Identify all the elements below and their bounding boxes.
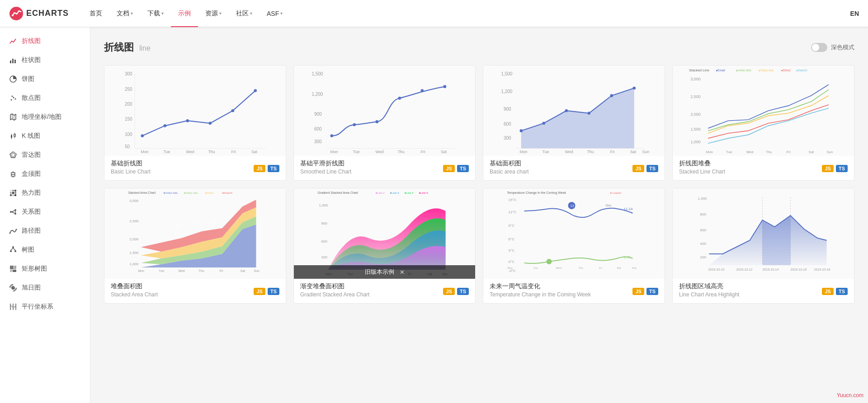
chart-name-en: Stacked Area Chart [111, 291, 158, 298]
sidebar-item-boxplot[interactable]: 盒须图 [0, 164, 90, 183]
badge-ts[interactable]: TS [268, 165, 279, 172]
svg-text:Mon: Mon [141, 150, 149, 154]
svg-text:Thu: Thu [579, 267, 583, 269]
chart-name-zh: 折线图区域高亮 [679, 282, 739, 291]
svg-text:●Search: ●Search [222, 192, 233, 194]
svg-point-67 [231, 109, 235, 112]
chart-footer-gradient-stacked: 渐变堆叠面积图 Gradient Stacked Area Chart JS T… [294, 279, 475, 303]
svg-text:3,000: 3,000 [690, 77, 700, 81]
nav-asf[interactable]: ASF ▾ [259, 0, 290, 27]
sidebar-item-candlestick[interactable]: K 线图 [0, 127, 90, 145]
chart-card-basic-line[interactable]: 300 250 200 150 100 50 [104, 65, 286, 181]
badge-ts[interactable]: TS [457, 288, 469, 295]
chart-card-temperature[interactable]: Temperature Change in the Coming Week ● … [483, 188, 665, 304]
sidebar-item-parallel[interactable]: 平行坐标系 [0, 297, 90, 316]
badge-js[interactable]: JS [443, 288, 454, 295]
sidebar-item-radar[interactable]: 雷达图 [0, 145, 90, 164]
badge-ts[interactable]: TS [646, 165, 658, 172]
sidebar: 折线图 柱状图 饼图 散点图 地理坐标/地图 [0, 27, 90, 403]
chart-card-area-highlight[interactable]: 1,000 800 600 400 200 [672, 188, 854, 304]
sidebar-item-line[interactable]: 折线图 [0, 32, 90, 51]
badge-js[interactable]: JS [254, 165, 265, 172]
svg-text:2,500: 2,500 [690, 94, 700, 99]
svg-text:Wed: Wed [556, 267, 561, 269]
nav-resources[interactable]: 资源 ▾ [198, 0, 229, 27]
svg-point-43 [14, 250, 16, 252]
sidebar-item-sunburst[interactable]: 旭日图 [0, 278, 90, 297]
nav-community[interactable]: 社区 ▾ [229, 0, 259, 27]
chart-card-area[interactable]: 1,500 1,200 900 600 300 [483, 65, 665, 181]
svg-text:●Line 3: ●Line 3 [390, 192, 400, 194]
svg-text:Wed: Wed [746, 150, 754, 154]
main-nav: 首页 文档 ▾ 下载 ▾ 示例 资源 ▾ 社区 ▾ ASF ▾ [82, 0, 850, 27]
svg-line-37 [12, 212, 14, 213]
old-version-tip-bar: 旧版本示例 ✕ [294, 265, 475, 279]
main-content: 折线图 line 深色模式 300 250 200 150 100 [90, 27, 868, 403]
graph-chart-icon [9, 208, 17, 216]
svg-point-65 [186, 119, 189, 122]
svg-text:Tue: Tue [353, 150, 360, 154]
sunburst-chart-icon [9, 284, 17, 292]
nav-download[interactable]: 下载 ▾ [140, 0, 171, 27]
dark-mode-switch[interactable] [811, 43, 827, 52]
sidebar-item-heatmap[interactable]: 热力图 [0, 183, 90, 202]
chart-name-en: Smoothed Line Chart [300, 169, 351, 175]
svg-text:Gradient Stacked Area Chart: Gradient Stacked Area Chart [318, 191, 359, 194]
svg-point-9 [12, 96, 13, 97]
chart-preview-stacked-line: Stacked Line ●Email ●Union Ads ●Video Ad… [673, 66, 854, 156]
svg-text:Fri: Fri [787, 150, 791, 154]
badge-ts[interactable]: TS [836, 288, 848, 295]
nav-home[interactable]: 首页 [82, 0, 109, 27]
nav-docs[interactable]: 文档 ▾ [109, 0, 140, 27]
badge-ts[interactable]: TS [268, 288, 279, 295]
badge-js[interactable]: JS [822, 288, 833, 295]
badge-js[interactable]: JS [632, 288, 644, 295]
logo-text: ECHARTS [26, 9, 69, 18]
svg-text:200: 200 [700, 255, 707, 259]
badge-js[interactable]: JS [822, 165, 833, 172]
logo[interactable]: ECHARTS [9, 6, 69, 21]
svg-rect-27 [10, 192, 12, 194]
old-version-close-icon[interactable]: ✕ [400, 269, 405, 276]
svg-text:Fri: Fri [220, 269, 224, 272]
dark-mode-toggle[interactable]: 深色模式 [811, 43, 854, 52]
sidebar-item-tree[interactable]: 树图 [0, 240, 90, 259]
sidebar-item-bar[interactable]: 柱状图 [0, 51, 90, 70]
svg-text:0°C: 0°C [509, 260, 515, 264]
layout: 折线图 柱状图 饼图 散点图 地理坐标/地图 [0, 27, 868, 403]
svg-rect-2 [10, 61, 11, 63]
svg-point-64 [164, 124, 167, 127]
svg-rect-25 [12, 190, 14, 192]
chart-card-smooth-line[interactable]: 1,500 1,200 900 600 300 Mon [293, 65, 476, 181]
sidebar-item-scatter[interactable]: 散点图 [0, 89, 90, 108]
chart-card-gradient-stacked[interactable]: Gradient Stacked Area Chart ●Line 2 ●Lin… [293, 188, 476, 304]
sidebar-item-graph[interactable]: 关系图 [0, 202, 90, 221]
sidebar-item-lines[interactable]: 路径图 [0, 221, 90, 240]
svg-point-42 [10, 250, 12, 252]
svg-text:Tue: Tue [533, 267, 538, 269]
svg-text:Fri: Fri [231, 150, 236, 154]
svg-rect-28 [12, 192, 14, 194]
badge-js[interactable]: JS [632, 165, 644, 172]
chart-card-stacked-line[interactable]: Stacked Line ●Email ●Union Ads ●Video Ad… [672, 65, 854, 181]
chart-name-zh: 基础面积图 [490, 159, 529, 168]
chart-card-stacked-area[interactable]: Stacked Area Chart ●Union Ads ●Video Ads… [104, 188, 286, 304]
svg-text:Sat: Sat [251, 150, 258, 154]
svg-text:12°C: 12°C [509, 210, 517, 214]
badge-ts[interactable]: TS [646, 288, 658, 295]
badge-js[interactable]: JS [443, 165, 454, 172]
badge-ts[interactable]: TS [457, 165, 469, 172]
nav-examples[interactable]: 示例 [171, 0, 198, 27]
svg-rect-26 [14, 190, 16, 192]
badge-js[interactable]: JS [254, 288, 265, 295]
sidebar-item-treemap[interactable]: 矩形树图 [0, 259, 90, 278]
lang-switch[interactable]: EN [850, 10, 859, 17]
chart-preview-area-highlight: 1,000 800 600 400 200 [673, 188, 854, 279]
svg-rect-3 [12, 59, 14, 63]
sidebar-item-map[interactable]: 地理坐标/地图 [0, 108, 90, 127]
svg-text:Stacked Area Chart: Stacked Area Chart [128, 191, 156, 194]
svg-point-68 [254, 89, 257, 92]
sidebar-item-pie[interactable]: 饼图 [0, 70, 90, 89]
badge-ts[interactable]: TS [836, 165, 848, 172]
bar-chart-icon [9, 56, 17, 64]
